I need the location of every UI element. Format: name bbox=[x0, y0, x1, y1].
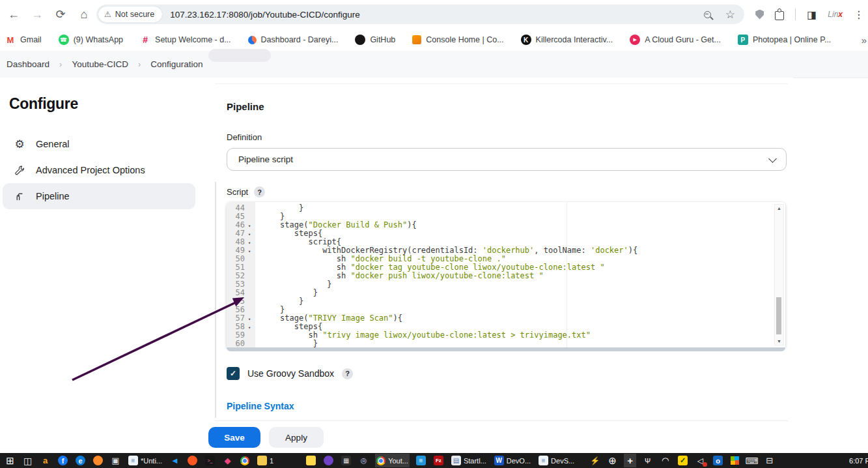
printer-icon[interactable]: ▣ bbox=[109, 454, 122, 467]
fold-spacer bbox=[245, 204, 254, 212]
edge-icon[interactable]: e bbox=[74, 454, 87, 467]
touch-keyboard-icon[interactable]: ⌨ bbox=[746, 454, 758, 467]
bookmark-item[interactable]: PPhotopea | Online P... bbox=[738, 35, 831, 45]
breadcrumb: Dashboard›Youtube-CICD›Configuration bbox=[7, 59, 213, 69]
usb-icon[interactable]: Ψ bbox=[641, 454, 654, 467]
edge-icon-glyph: e bbox=[76, 456, 85, 465]
sidebar-item-advanced-project-options[interactable]: Advanced Project Options bbox=[3, 157, 195, 183]
volume-muted-icon[interactable]: ◁ bbox=[694, 454, 707, 467]
filezilla-icon[interactable]: Fz bbox=[432, 454, 445, 467]
word-icon[interactable]: WDevO... bbox=[493, 454, 532, 467]
home-icon[interactable]: ⌂ bbox=[76, 6, 92, 23]
facebook-icon[interactable]: f bbox=[57, 454, 69, 467]
not-secure-chip[interactable]: ⚠ Not secure bbox=[98, 7, 162, 22]
wifi-icon[interactable]: ◠ bbox=[659, 454, 671, 467]
sidebar-item-general[interactable]: ⚙ General bbox=[3, 131, 195, 157]
bookmark-item[interactable]: MGmail bbox=[5, 35, 42, 45]
bookmark-item[interactable]: KKillercoda Interactiv... bbox=[521, 35, 613, 45]
bookmark-item[interactable]: Console Home | Co... bbox=[412, 35, 503, 44]
bookmark-item[interactable]: ☎(9) WhatsApp bbox=[59, 35, 123, 45]
bookmark-item[interactable]: #Setup Welcome - d... bbox=[140, 35, 231, 45]
side-panel-icon[interactable]: ◨ bbox=[807, 8, 817, 21]
breadcrumb-item[interactable]: Configuration bbox=[150, 59, 203, 69]
scroll-up-icon[interactable]: ▲ bbox=[775, 206, 783, 211]
scrollbar-thumb[interactable] bbox=[776, 297, 781, 334]
volume-muted-icon-glyph: ◁ bbox=[695, 456, 705, 465]
zoom-out-icon[interactable] bbox=[704, 11, 711, 18]
taskbar-clock[interactable]: 6:07 PM bbox=[849, 457, 868, 465]
editor-scrollbar[interactable]: ▲ ▼ bbox=[774, 204, 784, 345]
terminal-icon[interactable]: >_ bbox=[204, 454, 216, 467]
amazon-icon[interactable]: a bbox=[39, 454, 51, 467]
definition-select[interactable]: Pipeline script bbox=[227, 148, 787, 171]
groovy-sandbox-checkbox[interactable]: ✓ bbox=[227, 367, 240, 380]
url-text[interactable]: 107.23.162.17:8080/job/Youtube-CICD/conf… bbox=[170, 10, 359, 20]
shield-icon[interactable] bbox=[755, 10, 764, 20]
news-plus-button[interactable]: + bbox=[624, 454, 636, 467]
fold-caret-icon[interactable]: ▾ bbox=[245, 221, 254, 229]
refresh-icon[interactable]: ⟳ bbox=[52, 6, 69, 23]
bookmark-item[interactable]: ▶A Cloud Guru - Get... bbox=[630, 35, 721, 45]
linx-extension-icon[interactable]: Linx bbox=[828, 10, 843, 19]
fold-caret-icon[interactable]: ▾ bbox=[245, 323, 254, 331]
outlook-icon[interactable]: o bbox=[712, 454, 724, 467]
back-icon[interactable]: ← bbox=[5, 6, 22, 23]
bookmark-item[interactable]: Dashboard - Dareyi... bbox=[248, 35, 339, 44]
toolbar-right: ◨ Linx ⋮ bbox=[755, 0, 864, 29]
network-globe-icon-glyph: ⊕ bbox=[608, 456, 617, 465]
notepad-icon[interactable]: ≡*Unti... bbox=[127, 454, 163, 467]
fold-caret-icon[interactable]: ▾ bbox=[245, 246, 254, 255]
firefox-icon[interactable] bbox=[92, 454, 104, 467]
calculator-icon[interactable]: ▦ bbox=[340, 454, 352, 467]
spiral-icon[interactable]: ◎ bbox=[357, 454, 370, 467]
firefox-dev-icon[interactable] bbox=[186, 454, 199, 467]
bookmark-star-icon[interactable]: ☆ bbox=[725, 8, 735, 22]
sandbox-help-button[interactable]: ? bbox=[342, 368, 353, 379]
page-title: Configure bbox=[9, 95, 78, 113]
address-bar[interactable]: ⚠ Not secure 107.23.162.17:8080/job/Yout… bbox=[96, 5, 744, 24]
sticker-icon[interactable]: ◆ bbox=[221, 454, 234, 467]
dashboard-icon bbox=[248, 36, 257, 44]
text-document-icon[interactable]: ▤Startl... bbox=[450, 454, 488, 467]
extensions-icon[interactable] bbox=[775, 11, 784, 20]
fold-spacer bbox=[245, 340, 254, 347]
notepad-devs-icon[interactable]: ≡DevS... bbox=[537, 454, 576, 467]
breadcrumb-item[interactable]: Dashboard bbox=[7, 59, 49, 69]
chrome-youtube-window[interactable]: Yout... bbox=[375, 454, 410, 467]
sidebar-item-label: Advanced Project Options bbox=[36, 165, 145, 175]
blue-document-icon[interactable]: ≡ bbox=[415, 454, 427, 467]
fold-caret-icon[interactable]: ▾ bbox=[245, 238, 254, 246]
folder-icon[interactable]: 1 bbox=[256, 454, 275, 467]
script-editor[interactable]: 44 }45 }46▾ stage("Docker Build & Push")… bbox=[227, 202, 785, 347]
forward-icon[interactable]: → bbox=[29, 6, 46, 23]
task-view-button[interactable]: ◫ bbox=[21, 454, 34, 467]
bookmark-item[interactable]: GitHub bbox=[355, 35, 395, 45]
scroll-down-icon[interactable]: ▼ bbox=[775, 339, 783, 344]
tray-panel-icon[interactable]: ⊟ bbox=[763, 454, 776, 467]
apply-button[interactable]: Apply bbox=[269, 427, 324, 448]
network-globe-icon[interactable]: ⊕ bbox=[606, 454, 619, 467]
ms-squares-icon[interactable] bbox=[729, 454, 740, 467]
power-plug-icon[interactable]: ⚡ bbox=[589, 454, 601, 467]
amazon-icon-glyph: a bbox=[40, 456, 50, 465]
fold-spacer bbox=[245, 331, 254, 340]
pipeline-syntax-link[interactable]: Pipeline Syntax bbox=[227, 401, 294, 411]
chrome-icon[interactable] bbox=[239, 454, 251, 467]
vscode-icon[interactable]: ◄ bbox=[169, 454, 181, 467]
antivirus-check-icon[interactable]: ✓ bbox=[677, 454, 689, 467]
bookmarks-overflow-icon[interactable]: » bbox=[861, 35, 867, 46]
fold-spacer bbox=[245, 263, 254, 272]
sidebar-item-pipeline[interactable]: Pipeline bbox=[3, 183, 195, 209]
fold-caret-icon[interactable]: ▾ bbox=[245, 229, 254, 238]
save-button[interactable]: Save bbox=[208, 427, 260, 448]
fold-caret-icon[interactable]: ▾ bbox=[245, 314, 254, 323]
start-button[interactable]: ⊞ bbox=[4, 454, 16, 467]
screen: ← → ⟳ ⌂ ⚠ Not secure 107.23.162.17:8080/… bbox=[0, 0, 868, 468]
sticky-note-icon[interactable] bbox=[305, 454, 317, 467]
ms-squares-icon-glyph bbox=[731, 456, 739, 465]
github-desktop-icon[interactable] bbox=[322, 454, 335, 467]
browser-menu-icon[interactable]: ⋮ bbox=[854, 8, 864, 21]
script-help-button[interactable]: ? bbox=[254, 186, 265, 197]
breadcrumb-item[interactable]: Youtube-CICD bbox=[72, 59, 128, 69]
acloudguru-icon: ▶ bbox=[630, 35, 640, 45]
